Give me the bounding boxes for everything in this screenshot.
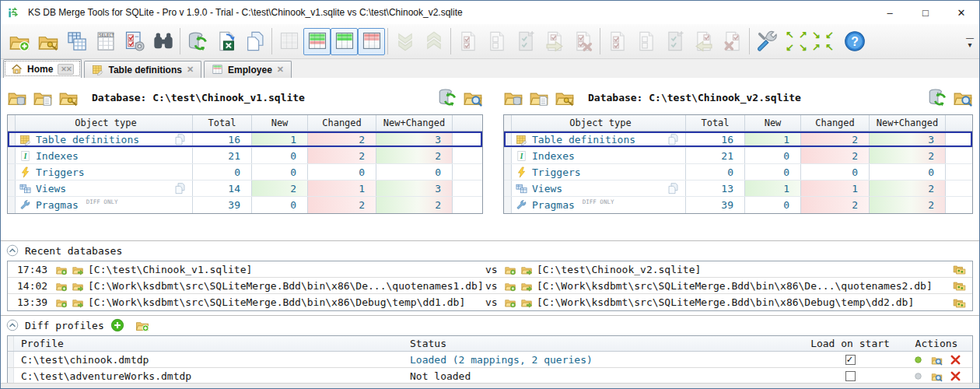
open-left-db-icon[interactable] <box>55 296 68 308</box>
open-script-file-icon[interactable] <box>33 87 53 107</box>
recent-database-row[interactable]: 14:02 [C:\Work\ksdbmt\src\SQLiteMerge.Bd… <box>8 278 972 294</box>
refresh-database-icon[interactable] <box>927 87 947 107</box>
check-all-right-button[interactable] <box>603 26 632 56</box>
recent-database-row[interactable]: 17:43 [C:\test\Chinook_v1.sqlite] vs [C:… <box>8 261 972 278</box>
tab-table-definitions[interactable]: Table definitions ✕ <box>84 61 201 78</box>
help-button[interactable]: ? <box>840 26 869 56</box>
browse-profile-icon[interactable] <box>931 370 943 382</box>
reopen-database-icon[interactable] <box>503 87 523 107</box>
refresh-database-icon[interactable] <box>437 87 457 107</box>
open-right-db-as-icon[interactable] <box>520 264 533 275</box>
reject-left-button[interactable] <box>569 26 597 56</box>
close-all-tabs-icon[interactable]: ✕✕ <box>58 64 74 75</box>
previous-diff-button[interactable] <box>419 26 448 56</box>
open-both-databases-icon[interactable] <box>952 279 967 292</box>
open-left-db-icon[interactable] <box>55 280 68 292</box>
app-window: KS DB Merge Tools for SQLite - Pro v 1.9… <box>0 0 980 389</box>
show-diff-rows-button[interactable] <box>303 28 331 55</box>
uncheck-all-right-button[interactable] <box>632 26 660 56</box>
show-all-rows-button[interactable] <box>275 26 303 56</box>
open-databases-button[interactable] <box>5 26 33 56</box>
close-tab-icon[interactable]: ✕ <box>187 65 194 75</box>
copy-icon[interactable] <box>173 182 186 194</box>
close-button[interactable]: ✕ <box>943 1 979 24</box>
profile-path: C:\test\adventureWorks.dmtdp <box>14 370 407 382</box>
row-table-definitions[interactable]: Table definitions 16 1 2 3 <box>504 131 972 148</box>
toolbar-overflow-button[interactable]: ―▾ <box>966 34 975 48</box>
open-right-db-icon[interactable] <box>504 280 516 292</box>
browse-database-icon[interactable] <box>463 87 483 107</box>
add-profile-from-file-icon[interactable] <box>135 318 149 332</box>
delete-profile-icon[interactable] <box>950 354 961 366</box>
object-summary-grid: Object type Total New Changed New+Change… <box>503 114 973 214</box>
tab-home[interactable]: Home ✕✕ <box>3 59 82 78</box>
tab-employee[interactable]: Employee ✕ <box>204 61 292 78</box>
open-left-db-icon[interactable] <box>55 264 68 275</box>
export-excel-button[interactable] <box>212 26 240 56</box>
add-profile-icon[interactable] <box>110 318 124 332</box>
find-button[interactable] <box>149 26 177 56</box>
check-all-left-button[interactable] <box>453 26 482 56</box>
collapse-section-icon[interactable] <box>6 244 19 257</box>
open-right-db-icon[interactable] <box>504 296 516 308</box>
profile-row[interactable]: C:\test\adventureWorks.dmtdp Not loaded <box>8 368 972 383</box>
schema-compare-button[interactable] <box>62 26 91 56</box>
row-triggers[interactable]: Triggers 0 0 0 0 <box>504 164 972 180</box>
open-script-file-icon[interactable] <box>529 87 549 107</box>
reject-right-button[interactable] <box>718 26 747 56</box>
row-indexes[interactable]: IIndexes 21 0 2 2 <box>504 148 972 164</box>
browse-database-icon[interactable] <box>953 87 973 107</box>
next-diff-button[interactable] <box>390 26 419 56</box>
recent-database-row[interactable]: 13:39 [C:\Work\ksdbmt\src\SQLiteMerge.Bd… <box>8 294 972 310</box>
open-with-key-icon[interactable] <box>555 87 575 107</box>
recent-time: 17:43 <box>17 264 51 275</box>
copy-icon[interactable] <box>173 133 186 145</box>
indexes-icon: I <box>516 150 527 162</box>
apply-to-left-button[interactable] <box>689 26 718 56</box>
copy-icon[interactable] <box>667 133 679 145</box>
load-on-start-checkbox[interactable] <box>845 355 856 365</box>
load-on-start-checkbox[interactable] <box>845 371 856 381</box>
window-bottom-strip <box>1 383 979 388</box>
open-right-db-as-icon[interactable] <box>520 280 533 292</box>
profile-status: Loaded (2 mappings, 2 queries) <box>407 354 800 366</box>
open-with-key-icon[interactable] <box>58 87 79 107</box>
panel-layout-arrows-button[interactable]: ↖↗↘↙↙↘↗↖ <box>781 26 840 56</box>
row-views[interactable]: Views 13 1 1 2 <box>504 180 972 197</box>
row-pragmas[interactable]: PragmasDIFF ONLY 39 0 2 2 <box>8 197 482 213</box>
data-compare-button[interactable]: SELECT <box>91 26 120 56</box>
settings-tools-button[interactable] <box>752 26 781 56</box>
copy-icon[interactable] <box>667 182 679 194</box>
row-views[interactable]: Views 14 2 1 3 <box>8 180 482 197</box>
invert-checks-left-button[interactable] <box>511 26 540 56</box>
recent-left-path: [C:\Work\ksdbmt\src\SQLiteMerge.Bdd\bin\… <box>88 296 465 308</box>
reopen-database-icon[interactable] <box>7 87 27 107</box>
row-indexes[interactable]: IIndexes 21 0 2 2 <box>8 148 482 164</box>
close-tab-icon[interactable]: ✕ <box>277 65 284 75</box>
profile-row[interactable]: C:\test\chinook.dmtdp Loaded (2 mappings… <box>8 352 972 368</box>
uncheck-all-left-button[interactable] <box>482 26 511 56</box>
copy-button[interactable] <box>240 26 269 56</box>
open-right-db-as-icon[interactable] <box>520 296 533 308</box>
comparison-options-button[interactable] <box>120 26 149 56</box>
row-table-definitions[interactable]: Table definitions 16 1 2 3 <box>8 131 482 148</box>
invert-checks-right-button[interactable] <box>660 26 689 56</box>
show-new-rows-button[interactable] <box>331 28 358 55</box>
row-triggers[interactable]: Triggers 0 0 0 0 <box>8 164 482 180</box>
open-both-databases-icon[interactable] <box>952 296 967 309</box>
open-both-databases-icon[interactable] <box>952 263 967 275</box>
collapse-section-icon[interactable] <box>6 319 19 331</box>
maximize-button[interactable]: □ <box>908 1 943 24</box>
open-with-key-button[interactable] <box>33 26 62 56</box>
row-pragmas[interactable]: PragmasDIFF ONLY 39 0 2 2 <box>504 197 972 213</box>
open-left-db-as-icon[interactable] <box>72 264 84 275</box>
open-left-db-as-icon[interactable] <box>72 296 84 308</box>
refresh-databases-button[interactable] <box>183 26 212 56</box>
open-left-db-as-icon[interactable] <box>72 280 84 292</box>
minimize-button[interactable]: – <box>872 1 908 24</box>
browse-profile-icon[interactable] <box>931 354 943 366</box>
delete-profile-icon[interactable] <box>950 370 961 382</box>
show-changed-rows-button[interactable] <box>358 28 385 55</box>
open-right-db-icon[interactable] <box>504 264 516 275</box>
apply-to-right-button[interactable] <box>540 26 569 56</box>
